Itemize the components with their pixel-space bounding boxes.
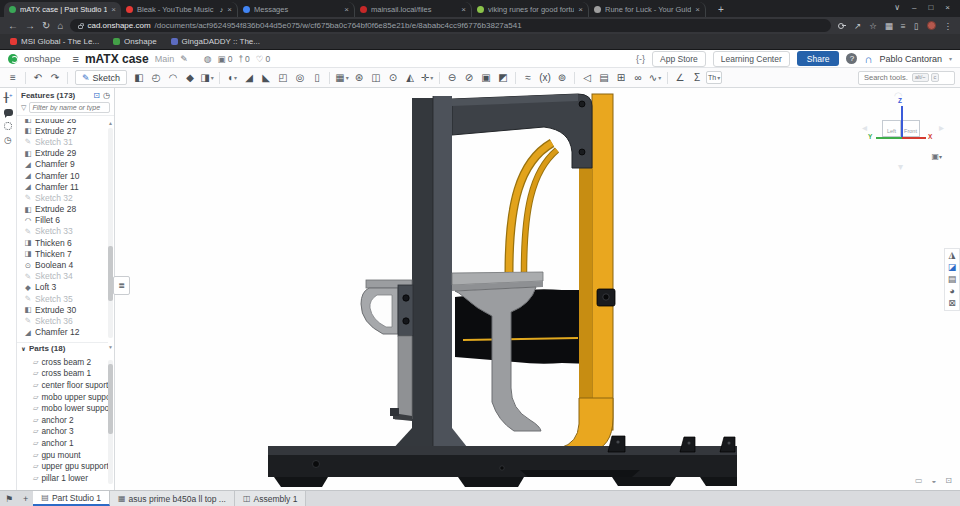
scroll-down-icon[interactable]: ▼ xyxy=(108,345,113,350)
import-icon[interactable]: ◁ xyxy=(579,70,595,86)
document-tab[interactable]: ▤ Part Studio 1 xyxy=(33,491,110,506)
graphics-viewport[interactable]: ◠ ◂ ▸ ▾ Left Front Z Y X ▣▾ ◮ ◪ ▤ ◕ xyxy=(115,88,960,490)
browser-profile-avatar[interactable] xyxy=(927,21,936,30)
fillet-icon[interactable]: ◖ xyxy=(224,70,240,86)
linear-pattern-icon[interactable]: ▦ xyxy=(334,70,350,86)
side-panel-icon[interactable]: ▯ xyxy=(914,21,919,31)
branch-name[interactable]: Main xyxy=(155,54,175,64)
learning-center-button[interactable]: Learning Center xyxy=(713,51,790,67)
tab-close-icon[interactable]: × xyxy=(344,5,349,14)
part-item[interactable]: ▱ pillar 1 lower xyxy=(17,472,108,484)
split-icon[interactable]: ◭ xyxy=(402,70,418,86)
part-item[interactable]: ▱ anchor 1 xyxy=(17,437,108,449)
feature-item[interactable]: ✎ Sketch 32 xyxy=(17,192,108,203)
sketch-button[interactable]: ✎ Sketch xyxy=(75,70,127,85)
rotate-right-arrow-icon[interactable]: ▸ xyxy=(939,122,944,133)
part-item[interactable]: ▱ mobo lower suppor xyxy=(17,402,108,414)
browser-tab[interactable]: Rune for Luck - Your Guide For M ♪ × xyxy=(589,2,706,17)
feature-item[interactable]: ◆ Loft 3 xyxy=(17,282,108,293)
boolean-icon[interactable]: ⊙ xyxy=(385,70,401,86)
feature-item[interactable]: ◠ Fillet 6 xyxy=(17,215,108,226)
snapshot-icon[interactable]: ◒ xyxy=(931,476,936,485)
search-tools-input[interactable] xyxy=(862,72,910,83)
feature-item[interactable]: ◨ Thicken 7 xyxy=(17,248,108,259)
feature-tree-popout-handle[interactable]: ≣ xyxy=(113,276,130,295)
circular-pattern-icon[interactable]: ⊛ xyxy=(351,70,367,86)
helix-icon[interactable]: ≈ xyxy=(520,70,536,86)
parts-header[interactable]: ∨ Parts (18) xyxy=(17,342,108,354)
bookmark-item[interactable]: GingaDADDY :: The... xyxy=(171,37,260,46)
scroll-up-icon[interactable]: ▲ xyxy=(108,121,113,126)
view-cube[interactable]: ◠ ◂ ▸ ▾ Left Front Z Y X xyxy=(864,92,942,170)
mate-connector-panel-icon[interactable]: ╂+ xyxy=(4,92,13,103)
versions-panel-icon[interactable]: ◷ xyxy=(4,136,12,145)
user-avatar[interactable]: ∩ xyxy=(864,53,872,65)
tab-manager-icon[interactable]: ⚑ xyxy=(0,491,18,506)
loft-icon[interactable]: ◆ xyxy=(182,70,198,86)
cube-face-left[interactable]: Left xyxy=(882,120,901,137)
forward-icon[interactable]: → xyxy=(25,21,35,31)
app-store-button[interactable]: App Store xyxy=(652,51,706,67)
feature-item[interactable]: ◨ Thicken 6 xyxy=(17,237,108,248)
cad-model[interactable] xyxy=(115,88,960,490)
named-views-icon[interactable]: ◪ xyxy=(948,263,957,272)
sweep-icon[interactable]: ◠ xyxy=(165,70,181,86)
feature-item[interactable]: ◧ Extrude 27 xyxy=(17,125,108,136)
bookmark-star-icon[interactable]: ☆ xyxy=(869,21,877,31)
document-title[interactable]: mATX case xyxy=(85,52,149,66)
rename-pencil-icon[interactable]: ✎ xyxy=(180,54,188,64)
cube-face-front[interactable]: Front xyxy=(901,120,920,137)
mass-properties-icon[interactable]: Σ xyxy=(689,70,705,86)
browser-menu-icon[interactable]: ⋮ xyxy=(944,21,953,31)
feature-item[interactable]: ✎ Sketch 34 xyxy=(17,271,108,282)
feature-item[interactable]: ◢ Chamfer 12 xyxy=(17,327,108,338)
rotate-left-arrow-icon[interactable]: ◂ xyxy=(862,122,867,133)
likes-counter[interactable]: ♡0 xyxy=(256,54,270,64)
feature-item[interactable]: ✎ Sketch 33 xyxy=(17,226,108,237)
replace-face-icon[interactable]: ◩ xyxy=(495,70,511,86)
globe-icon[interactable]: ◍ xyxy=(204,54,212,64)
rotate-down-arrow-icon[interactable]: ▾ xyxy=(898,161,903,172)
feature-item[interactable]: ✎ Sketch 31 xyxy=(17,136,108,147)
part-item[interactable]: ▱ anchor 2 xyxy=(17,414,108,426)
browser-tab[interactable]: mATX case | Part Studio 1 ♪ × xyxy=(4,2,121,17)
shaded-views-icon[interactable]: ◮ xyxy=(949,251,956,260)
rollback-history-icon[interactable]: ◷ xyxy=(103,91,110,100)
comments-panel-icon[interactable] xyxy=(4,109,13,116)
belt-icon[interactable]: ∞ xyxy=(630,70,646,86)
browser-tab[interactable]: Messages ♪ × xyxy=(238,2,355,17)
extrude-icon[interactable]: ◧ xyxy=(131,70,147,86)
window-minimize-button[interactable]: – xyxy=(912,3,916,12)
feature-filter-input[interactable] xyxy=(29,102,110,113)
document-menu-icon[interactable]: ≡ xyxy=(72,53,78,65)
dock-panel-icon[interactable]: ⊡ xyxy=(93,91,100,100)
features-scrollbar[interactable] xyxy=(108,128,113,338)
move-face-icon[interactable]: ▣ xyxy=(478,70,494,86)
feature-item[interactable]: ◢ Chamfer 9 xyxy=(17,159,108,170)
home-icon[interactable]: ⌂ xyxy=(57,21,63,31)
document-tab[interactable]: ▦ asus prime b450a ll top ... xyxy=(110,491,235,506)
shell-icon[interactable]: ◰ xyxy=(275,70,291,86)
part-item[interactable]: ▱ gpu mount xyxy=(17,449,108,461)
bookmark-item[interactable]: Onshape xyxy=(113,37,156,46)
part-item[interactable]: ▱ mobo upper support xyxy=(17,391,108,403)
section-view-icon[interactable]: ▤ xyxy=(948,275,957,284)
hole-icon[interactable]: ◎ xyxy=(292,70,308,86)
back-icon[interactable]: ← xyxy=(8,21,18,31)
search-tools-box[interactable]: alt/~ c xyxy=(858,71,955,85)
feature-list-toggle-icon[interactable]: ≡ xyxy=(5,70,21,86)
reading-list-icon[interactable]: ≡ xyxy=(901,21,906,31)
parts-scrollbar[interactable] xyxy=(108,360,113,484)
featurescript-icon[interactable]: {-} xyxy=(636,54,645,64)
user-name[interactable]: Pablo Cantoran xyxy=(879,54,942,64)
part-item[interactable]: ▱ cross beam 1 xyxy=(17,368,108,380)
offset-surface-icon[interactable]: ⊖ xyxy=(444,70,460,86)
new-tab-button[interactable]: + xyxy=(718,4,724,15)
tab-close-icon[interactable]: × xyxy=(578,5,583,14)
feature-item[interactable]: ◧ Extrude 28 xyxy=(17,204,108,215)
bookmark-item[interactable]: MSI Global - The Le... xyxy=(10,37,99,46)
sheet-metal-icon[interactable]: ▤ xyxy=(596,70,612,86)
variable-icon[interactable]: (x) xyxy=(537,70,553,86)
reload-icon[interactable]: ↻ xyxy=(42,21,50,31)
frame-icon[interactable]: ⊞ xyxy=(613,70,629,86)
